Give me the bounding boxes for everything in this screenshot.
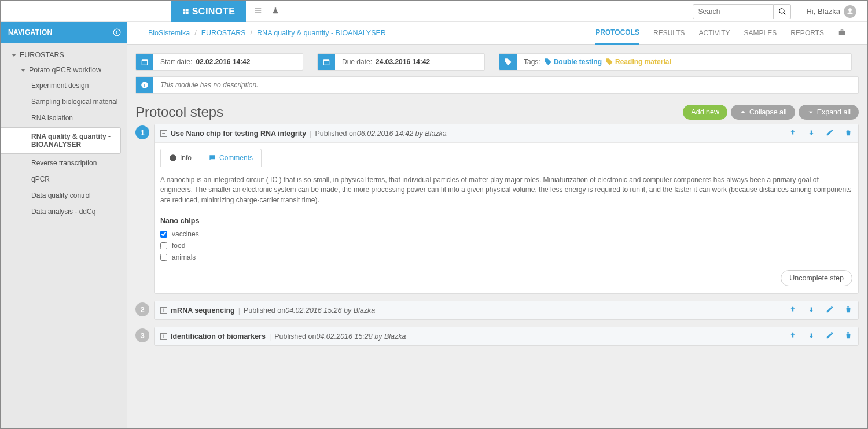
checklist-checkbox[interactable] (160, 242, 167, 249)
sidebar-item[interactable]: Data analysis - ddCq (1, 204, 127, 220)
main: BioSistemika/EUROSTARS/RNA quality & qua… (127, 22, 867, 428)
step-inner-tabs: Info Comments (160, 149, 262, 167)
sidebar-collapse-button[interactable] (106, 22, 127, 43)
step-toggle[interactable]: + (160, 333, 167, 340)
tag[interactable]: Double testing (544, 58, 602, 66)
tab-activity[interactable]: ACTIVITY (698, 22, 730, 44)
steps-title: Protocol steps (135, 104, 223, 120)
step-actions (789, 128, 852, 138)
start-date-box: Start date: 02.02.2016 14:42 (135, 53, 303, 71)
step-toggle[interactable]: + (160, 307, 167, 314)
collapse-all-button[interactable]: Collapse all (731, 105, 795, 120)
uncomplete-step-button[interactable]: Uncomplete step (781, 270, 852, 286)
checklist-item: animals (160, 252, 852, 263)
add-new-button[interactable]: Add new (683, 105, 727, 120)
tab-results[interactable]: RESULTS (653, 22, 685, 44)
step-panel: + Identification of biomarkers | Publish… (154, 327, 859, 346)
briefcase-icon[interactable] (838, 28, 846, 38)
steps-list: 1− Use Nano chip for testing RNA integri… (127, 124, 867, 364)
expand-icon (807, 108, 815, 116)
step: 1− Use Nano chip for testing RNA integri… (135, 124, 859, 294)
sidebar-item[interactable]: RNA isolation (1, 110, 127, 126)
step-title: Use Nano chip for testing RNA integrity (171, 130, 306, 138)
step: 2+ mRNA sequencing | Published on 04.02.… (135, 301, 859, 320)
sidebar-item[interactable]: Sampling biological material (1, 94, 127, 110)
caret-down-icon (21, 69, 25, 72)
checklist: vaccinesfoodanimals (160, 228, 852, 263)
user-greeting: Hi, Blazka (806, 7, 840, 16)
sidebar-item[interactable]: qPCR (1, 171, 127, 187)
step-actions (789, 305, 852, 315)
checklist-checkbox[interactable] (160, 254, 167, 261)
svg-point-3 (170, 154, 176, 161)
breadcrumb-row: BioSistemika/EUROSTARS/RNA quality & qua… (127, 22, 867, 45)
search-input[interactable] (693, 4, 774, 19)
tab-reports[interactable]: REPORTS (790, 22, 824, 44)
checklist-checkbox[interactable] (160, 231, 167, 238)
step-number: 3 (135, 328, 149, 342)
tab-info[interactable]: Info (161, 149, 200, 167)
tag-icon (499, 54, 517, 70)
sidebar-item[interactable]: Experiment design (1, 77, 127, 94)
breadcrumb: BioSistemika/EUROSTARS/RNA quality & qua… (148, 29, 386, 37)
move-up-icon[interactable] (789, 331, 797, 341)
search-icon (778, 8, 786, 16)
step-number: 1 (135, 125, 149, 139)
step-toggle[interactable]: − (160, 130, 167, 137)
delete-icon[interactable] (844, 305, 852, 315)
checklist-item: food (160, 240, 852, 252)
user-icon (846, 8, 854, 16)
step-header: + mRNA sequencing | Published on 04.02.2… (155, 301, 858, 319)
delete-icon[interactable] (844, 331, 852, 341)
step-title: Identification of biomarkers (171, 332, 266, 341)
breadcrumb-link[interactable]: EUROSTARS (201, 29, 246, 37)
edit-icon[interactable] (826, 128, 834, 138)
tab-protocols[interactable]: PROTOCOLS (595, 22, 639, 45)
svg-point-0 (113, 29, 120, 36)
step-header: − Use Nano chip for testing RNA integrit… (155, 124, 858, 143)
search-button[interactable] (774, 4, 791, 19)
sidebar-header: NAVIGATION (1, 22, 127, 43)
step-panel: + mRNA sequencing | Published on 04.02.2… (154, 301, 859, 320)
user-menu[interactable]: Hi, Blazka (791, 5, 867, 18)
tab-samples[interactable]: SAMPLES (744, 22, 777, 44)
avatar (844, 5, 856, 18)
move-down-icon[interactable] (807, 305, 815, 315)
menu-icon[interactable] (254, 6, 262, 16)
info-icon: i (136, 77, 153, 93)
flask-icon[interactable] (271, 6, 279, 16)
expand-all-button[interactable]: Expand all (799, 105, 859, 120)
sidebar-item[interactable]: RNA quality & quantity - BIOANALYSER (1, 127, 121, 154)
info-row: Start date: 02.02.2016 14:42 Due date: 2… (127, 45, 867, 71)
due-date-box: Due date: 24.03.2016 14:42 (317, 53, 485, 71)
step-title: mRNA sequencing (171, 306, 235, 315)
move-down-icon[interactable] (807, 331, 815, 341)
edit-icon[interactable] (826, 305, 834, 315)
app-logo[interactable]: SCINOTE (171, 1, 246, 22)
app-logo-text: SCINOTE (192, 6, 236, 17)
move-up-icon[interactable] (789, 305, 797, 315)
move-down-icon[interactable] (807, 128, 815, 138)
chevron-left-circle-icon (113, 28, 121, 36)
sidebar-title: NAVIGATION (8, 28, 53, 36)
breadcrumb-link[interactable]: RNA quality & quantity - BIOANALYSER (257, 29, 386, 37)
sidebar-item[interactable]: Data quality control (1, 187, 127, 204)
topbar: SCINOTE Hi, Blazka (1, 1, 867, 22)
description-box: i This module has no description. (135, 76, 859, 94)
breadcrumb-link[interactable]: BioSistemika (148, 29, 190, 37)
tag[interactable]: Reading material (605, 58, 671, 66)
logo-icon (182, 8, 190, 16)
move-up-icon[interactable] (789, 128, 797, 138)
sidebar-item[interactable]: Reverse transcription (1, 155, 127, 171)
svg-text:i: i (144, 83, 145, 88)
step-header: + Identification of biomarkers | Publish… (155, 327, 858, 345)
tree-workflow[interactable]: Potato qPCR workflow (1, 62, 127, 77)
topbar-icons (246, 6, 288, 16)
edit-icon[interactable] (826, 331, 834, 341)
calendar-icon (318, 54, 335, 70)
tab-comments[interactable]: Comments (200, 149, 261, 167)
steps-header: Protocol steps Add new Collapse all Expa… (127, 94, 867, 124)
tree-project[interactable]: EUROSTARS (1, 47, 127, 62)
delete-icon[interactable] (844, 128, 852, 138)
search-wrap (693, 4, 791, 19)
